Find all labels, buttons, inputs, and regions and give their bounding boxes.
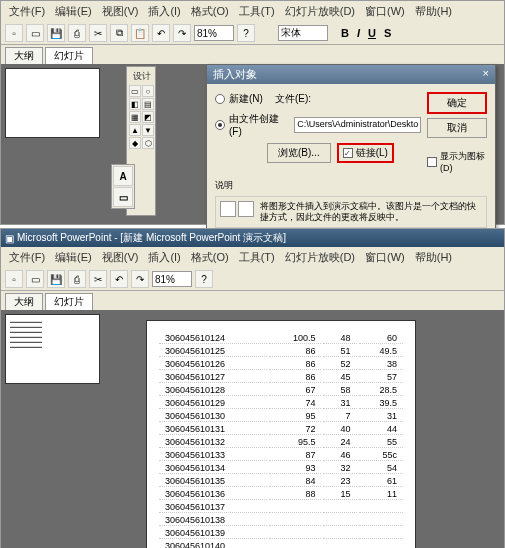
table-row: 306045610124100.54860 [159, 333, 403, 344]
link-highlight: ✓ 链接(L) [337, 143, 394, 163]
menu-edit[interactable]: 编辑(E) [51, 3, 96, 20]
table-cell: 39.5 [359, 398, 403, 409]
table-cell: 86 [269, 346, 321, 357]
print-icon[interactable]: ⎙ [68, 24, 86, 42]
menu-insert[interactable]: 插入(I) [144, 3, 184, 20]
shadow-button[interactable]: S [384, 27, 391, 39]
slide-thumb-1[interactable] [5, 68, 100, 138]
data-table: 306045610124100.54860306045610125865149.… [157, 331, 405, 548]
tab-slides[interactable]: 幻灯片 [45, 293, 93, 310]
table-row: 306045610131724044 [159, 424, 403, 435]
tab-slides[interactable]: 幻灯片 [45, 47, 93, 64]
tool-icon[interactable]: ▲ [129, 124, 141, 136]
tab-bar-bottom: 大纲 幻灯片 [1, 291, 504, 310]
slide-thumb-1[interactable]: ▬▬▬▬▬▬▬▬▬▬▬▬▬▬▬▬▬▬▬▬▬▬▬▬▬▬▬▬▬▬▬▬▬▬▬▬▬▬▬▬… [5, 314, 100, 384]
open-icon[interactable]: ▭ [26, 270, 44, 288]
cut-icon[interactable]: ✂ [89, 24, 107, 42]
table-cell: 306045610130 [159, 411, 267, 422]
tool-icon[interactable]: ◧ [129, 98, 141, 110]
tool-icon[interactable]: ▭ [129, 85, 141, 97]
menu-file[interactable]: 文件(F) [5, 249, 49, 266]
new-icon[interactable]: ▫ [5, 270, 23, 288]
open-icon[interactable]: ▭ [26, 24, 44, 42]
table-cell: 306045610138 [159, 515, 267, 526]
paste-icon[interactable]: 📋 [131, 24, 149, 42]
undo-icon[interactable]: ↶ [110, 270, 128, 288]
redo-icon[interactable]: ↷ [173, 24, 191, 42]
table-cell [269, 502, 321, 513]
tool-icon[interactable]: ▦ [129, 111, 141, 123]
save-icon[interactable]: 💾 [47, 24, 65, 42]
table-cell: 306045610127 [159, 372, 267, 383]
table-cell [359, 541, 403, 548]
save-icon[interactable]: 💾 [47, 270, 65, 288]
tool-icon[interactable]: ○ [142, 85, 154, 97]
menu-edit[interactable]: 编辑(E) [51, 249, 96, 266]
copy-icon[interactable]: ⧉ [110, 24, 128, 42]
menu-window[interactable]: 窗口(W) [361, 249, 409, 266]
help-icon[interactable]: ? [195, 270, 213, 288]
table-cell: 86 [269, 359, 321, 370]
shape-tool-icon[interactable]: ▭ [113, 187, 133, 207]
doc-icon [220, 201, 236, 217]
table-cell: 51 [323, 346, 356, 357]
browse-button[interactable]: 浏览(B)... [267, 143, 331, 163]
table-cell: 95.5 [269, 437, 321, 448]
tool-icon[interactable]: ◆ [129, 137, 141, 149]
link-checkbox[interactable]: ✓ [343, 148, 353, 158]
radio-fromfile[interactable] [215, 120, 225, 130]
menu-tools[interactable]: 工具(T) [235, 3, 279, 20]
ok-button[interactable]: 确定 [427, 92, 487, 114]
help-icon[interactable]: ? [237, 24, 255, 42]
dialog-titlebar[interactable]: 插入对象 × [207, 65, 495, 84]
file-path-input[interactable] [294, 117, 421, 133]
table-row: 306045610133874655c [159, 450, 403, 461]
print-icon[interactable]: ⎙ [68, 270, 86, 288]
table-cell: 31 [359, 411, 403, 422]
tool-icon[interactable]: ◩ [142, 111, 154, 123]
menu-format[interactable]: 格式(O) [187, 3, 233, 20]
slide-1[interactable]: 306045610124100.54860306045610125865149.… [146, 320, 416, 548]
underline-button[interactable]: U [368, 27, 376, 39]
redo-icon[interactable]: ↷ [131, 270, 149, 288]
table-cell: 24 [323, 437, 356, 448]
new-icon[interactable]: ▫ [5, 24, 23, 42]
table-cell: 87 [269, 450, 321, 461]
menu-insert[interactable]: 插入(I) [144, 249, 184, 266]
titlebar-bottom[interactable]: ▣ Microsoft PowerPoint - [新建 Microsoft P… [1, 229, 504, 247]
zoom-field[interactable]: 81% [152, 271, 192, 287]
menu-help[interactable]: 帮助(H) [411, 3, 456, 20]
tab-outline[interactable]: 大纲 [5, 47, 43, 64]
bold-button[interactable]: B [341, 27, 349, 39]
cut-icon[interactable]: ✂ [89, 270, 107, 288]
close-icon[interactable]: × [483, 67, 489, 82]
menu-file[interactable]: 文件(F) [5, 3, 49, 20]
tool-icon[interactable]: ▤ [142, 98, 154, 110]
tool-icon[interactable]: ⬡ [142, 137, 154, 149]
menu-help[interactable]: 帮助(H) [411, 249, 456, 266]
menu-window[interactable]: 窗口(W) [361, 3, 409, 20]
table-row: 306045610137 [159, 502, 403, 513]
title-text: Microsoft PowerPoint - [新建 Microsoft Pow… [17, 231, 286, 245]
menu-format[interactable]: 格式(O) [187, 249, 233, 266]
menu-view[interactable]: 视图(V) [98, 249, 143, 266]
palette-header[interactable]: 设计 [129, 69, 154, 84]
menu-slideshow[interactable]: 幻灯片放映(D) [281, 249, 359, 266]
font-field[interactable]: 宋体 [278, 25, 328, 41]
menu-slideshow[interactable]: 幻灯片放映(D) [281, 3, 359, 20]
radio-new[interactable] [215, 94, 225, 104]
table-row: 306045610139 [159, 528, 403, 539]
cancel-button[interactable]: 取消 [427, 118, 487, 138]
italic-button[interactable]: I [357, 27, 360, 39]
tool-icon[interactable]: ▼ [142, 124, 154, 136]
menu-tools[interactable]: 工具(T) [235, 249, 279, 266]
undo-icon[interactable]: ↶ [152, 24, 170, 42]
text-tool-icon[interactable]: A [113, 166, 133, 186]
zoom-field[interactable]: 81% [194, 25, 234, 41]
showicon-checkbox[interactable] [427, 157, 437, 167]
tab-outline[interactable]: 大纲 [5, 293, 43, 310]
label-file: 文件(E): [275, 92, 311, 106]
menu-view[interactable]: 视图(V) [98, 3, 143, 20]
table-cell: 306045610136 [159, 489, 267, 500]
thumb-preview: ▬▬▬▬▬▬▬▬▬▬▬▬▬▬▬▬▬▬▬▬▬▬▬▬▬▬▬▬▬▬▬▬▬▬▬▬▬▬▬▬… [10, 319, 95, 349]
